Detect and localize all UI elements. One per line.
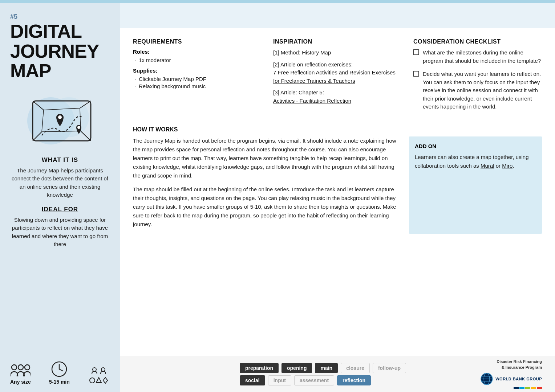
svg-point-20 <box>101 368 105 371</box>
roles-label: Roles: <box>133 49 262 55</box>
symbols-icon <box>88 367 110 385</box>
content-top-strip <box>120 3 555 28</box>
svg-point-21 <box>90 378 95 383</box>
tag-assessment[interactable]: assessment <box>294 375 334 385</box>
checklist-text-1: What are the milestones during the onlin… <box>423 49 542 65</box>
clock-icon <box>51 361 68 377</box>
supplies-label: Supplies: <box>133 68 262 74</box>
svg-point-12 <box>77 126 80 129</box>
reflection-exercises-link[interactable]: Article on reflection exercises:7 Free R… <box>273 61 396 84</box>
tag-social[interactable]: social <box>240 375 265 385</box>
tag-follow-up[interactable]: follow-up <box>373 363 406 373</box>
wb-text-line1: Disaster Risk Financing& Insurance Progr… <box>497 359 542 370</box>
svg-line-18 <box>59 369 63 371</box>
any-size-label: Any size <box>10 379 31 385</box>
tag-input[interactable]: input <box>268 375 291 385</box>
clock-icon-group: 5-15 min <box>49 361 70 385</box>
inspiration-item-1: [1] Method: History Map <box>273 49 402 57</box>
svg-point-11 <box>58 115 62 119</box>
sidebar-number: #5 <box>10 13 110 21</box>
bottom-bar: preparation opening main closure follow-… <box>120 356 555 392</box>
wb-group-label: WORLD BANK GROUP <box>495 377 542 381</box>
tag-closure[interactable]: closure <box>341 363 370 373</box>
facilitation-reflection-link[interactable]: Activities - Facilitation Reflection <box>273 98 351 104</box>
world-bank-globe-icon <box>480 372 493 385</box>
bottom-tags: preparation opening main closure follow-… <box>240 363 480 385</box>
tag-reflection[interactable]: reflection <box>337 375 371 385</box>
how-paragraph-1: The Journey Map is handed out before the… <box>133 136 399 180</box>
content-body: REQUIREMENTS Roles: 1x moderator Supplie… <box>120 28 555 356</box>
add-on-box: ADD ON Learners can also create a map to… <box>409 136 542 234</box>
tag-row-1: preparation opening main closure follow-… <box>240 363 480 373</box>
people-icon-group: Any size <box>10 364 31 385</box>
sidebar-title: DIGITALJOURNEYMAP <box>10 21 110 81</box>
supply-item-2: Relaxing background music <box>133 83 262 89</box>
content-area: REQUIREMENTS Roles: 1x moderator Supplie… <box>120 3 555 392</box>
how-paragraph-2: The map should be filled out at the begi… <box>133 185 399 229</box>
checklist-section: CONSIDERATION CHECKLIST What are the mil… <box>413 38 542 116</box>
tag-preparation[interactable]: preparation <box>240 363 279 373</box>
symbols-icon-group <box>88 367 110 385</box>
svg-point-13 <box>12 365 17 370</box>
how-it-works-header: HOW IT WORKS <box>133 126 542 133</box>
what-it-is-label: WHAT IT IS <box>10 156 110 164</box>
history-map-link[interactable]: History Map <box>302 49 331 56</box>
checklist-text-2: Decide what you want your learners to re… <box>423 70 542 111</box>
wb-color-bar <box>514 387 542 389</box>
checklist-item-2: Decide what you want your learners to re… <box>413 70 542 111</box>
main-layout: #5 DIGITALJOURNEYMAP <box>0 3 555 392</box>
wb-program-name: Disaster Risk Financing& Insurance Progr… <box>497 359 542 369</box>
supply-item-1: Clickable Journey Map PDF <box>133 76 262 82</box>
people-icon <box>11 364 31 377</box>
add-on-text: Learners can also create a map together,… <box>415 153 536 170</box>
top-bar <box>0 0 555 3</box>
checklist-header: CONSIDERATION CHECKLIST <box>413 38 542 45</box>
map-illustration <box>10 88 110 150</box>
miro-link[interactable]: Miro <box>502 163 513 169</box>
svg-line-6 <box>81 131 91 141</box>
requirements-header: REQUIREMENTS <box>133 38 262 45</box>
inspiration-section: INSPIRATION [1] Method: History Map [2] … <box>273 38 402 116</box>
checkbox-2[interactable] <box>413 71 419 77</box>
add-on-header: ADD ON <box>415 143 536 149</box>
checkbox-1[interactable] <box>413 49 419 55</box>
tag-row-2: social input assessment reflection <box>240 375 480 385</box>
time-label: 5-15 min <box>49 379 70 385</box>
tag-opening[interactable]: opening <box>281 363 312 373</box>
svg-point-19 <box>93 368 96 371</box>
svg-point-14 <box>18 365 23 370</box>
svg-point-15 <box>25 365 30 370</box>
three-cols: REQUIREMENTS Roles: 1x moderator Supplie… <box>133 38 542 116</box>
inspiration-header: INSPIRATION <box>273 38 402 45</box>
role-item-1: 1x moderator <box>133 57 262 63</box>
ideal-for-label: IDEAL FOR <box>10 206 110 213</box>
how-it-works-section: HOW IT WORKS The Journey Map is handed o… <box>133 126 542 356</box>
sidebar-icons: Any size 5-15 min <box>10 354 110 392</box>
svg-marker-22 <box>96 377 101 383</box>
tag-main[interactable]: main <box>315 363 338 373</box>
requirements-section: REQUIREMENTS Roles: 1x moderator Supplie… <box>133 38 262 116</box>
how-it-works-body: The Journey Map is handed out before the… <box>133 136 542 234</box>
inspiration-item-3: [3] Article: Chapter 5:Activities - Faci… <box>273 89 402 105</box>
ideal-for-text: Slowing down and providing space for par… <box>10 216 110 249</box>
inspiration-item-2: [2] Article on reflection exercises:7 Fr… <box>273 61 402 85</box>
sidebar: #5 DIGITALJOURNEYMAP <box>0 3 120 392</box>
wb-logo-icon: WORLD BANK GROUP <box>480 372 542 385</box>
how-text: The Journey Map is handed out before the… <box>133 136 399 234</box>
world-bank-logo: Disaster Risk Financing& Insurance Progr… <box>480 359 542 389</box>
mural-link[interactable]: Mural <box>481 163 494 169</box>
what-it-is-text: The Journey Map helps participants conne… <box>10 167 110 199</box>
checklist-item-1: What are the milestones during the onlin… <box>413 49 542 65</box>
svg-marker-23 <box>103 377 108 383</box>
